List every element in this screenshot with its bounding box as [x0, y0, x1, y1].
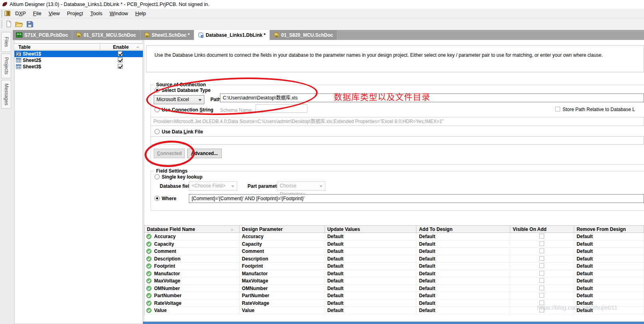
- database-type-select[interactable]: Microsoft Excel: [154, 95, 204, 104]
- column-header-database-field-name[interactable]: Database Field Name: [145, 226, 240, 233]
- doc-tab-01-s71x-mcu-schdoc[interactable]: 01_S71X_MCU.SchDoc: [72, 30, 140, 40]
- field-table-row-manufactor[interactable]: ManufactorManufactorDefaultDefaultDefaul…: [145, 270, 644, 278]
- menu-item-help[interactable]: Help: [132, 9, 150, 18]
- add-to-design-cell[interactable]: Default: [416, 277, 510, 284]
- use-data-link-file-radio[interactable]: [155, 129, 160, 134]
- column-header-table[interactable]: Table: [18, 44, 30, 50]
- connected-button[interactable]: Connected: [154, 149, 185, 158]
- advanced-button[interactable]: Advanced...: [187, 149, 222, 158]
- update-values-cell[interactable]: Default: [325, 255, 417, 262]
- visible-on-add-checkbox[interactable]: [539, 293, 544, 298]
- where-label[interactable]: Where: [162, 196, 176, 201]
- single-key-lookup-label[interactable]: Single key lookup: [162, 174, 202, 180]
- sidebar-tab-messages[interactable]: Messages: [1, 80, 11, 109]
- remove-from-design-cell[interactable]: Default: [574, 292, 644, 299]
- select-database-type-label[interactable]: Select Database Type: [162, 87, 211, 93]
- column-header-enable[interactable]: Enable: [113, 44, 129, 50]
- visible-on-add-checkbox[interactable]: [539, 241, 544, 246]
- where-radio[interactable]: [155, 196, 160, 201]
- new-document-icon[interactable]: [4, 19, 14, 29]
- add-to-design-cell[interactable]: Default: [416, 300, 510, 307]
- update-values-cell[interactable]: Default: [325, 285, 417, 292]
- update-values-cell[interactable]: Default: [325, 277, 417, 284]
- add-to-design-cell[interactable]: Default: [416, 255, 510, 262]
- sheet-row-Sheet2[interactable]: Sheet2$: [14, 57, 143, 64]
- remove-from-design-cell[interactable]: Default: [574, 300, 644, 307]
- remove-from-design-cell[interactable]: Default: [574, 270, 644, 277]
- visible-on-add-checkbox[interactable]: [539, 300, 544, 305]
- column-header-design-parameter[interactable]: Design Parameter: [240, 226, 325, 233]
- use-connection-string-label[interactable]: Use Connection String: [162, 107, 213, 113]
- visible-on-add-checkbox[interactable]: [539, 271, 544, 276]
- path-input[interactable]: C:\Users\admin\Desktop\数据库.xls: [220, 93, 644, 102]
- field-table-row-omnumber[interactable]: OMNumberOMNumberDefaultDefaultDefault: [145, 285, 644, 292]
- remove-from-design-cell[interactable]: Default: [574, 233, 644, 240]
- remove-from-design-cell[interactable]: Default: [574, 255, 644, 262]
- field-table-row-accuracy[interactable]: AccuracyAccuracyDefaultDefaultDefault: [145, 233, 644, 241]
- doc-tab-sheet1-schdoc-[interactable]: Sheet1.SchDoc *: [141, 30, 194, 40]
- update-values-cell[interactable]: Default: [325, 292, 417, 299]
- remove-from-design-cell[interactable]: Default: [574, 262, 644, 270]
- remove-from-design-cell[interactable]: Default: [574, 277, 644, 284]
- use-data-link-file-label[interactable]: Use Data Link File: [162, 129, 203, 135]
- add-to-design-cell[interactable]: Default: [416, 233, 510, 240]
- visible-on-add-checkbox[interactable]: [539, 256, 544, 261]
- update-values-cell[interactable]: Default: [325, 307, 417, 314]
- use-connection-string-radio[interactable]: [155, 107, 160, 112]
- add-to-design-cell[interactable]: Default: [416, 248, 510, 255]
- add-to-design-cell[interactable]: Default: [416, 270, 510, 277]
- field-table-row-maxvoltage[interactable]: MaxVoltageMaxVoltageDefaultDefaultDefaul…: [145, 277, 644, 285]
- sidebar-tab-files[interactable]: Files: [1, 32, 11, 52]
- add-to-design-cell[interactable]: Default: [416, 262, 510, 270]
- add-to-design-cell[interactable]: Default: [416, 285, 510, 292]
- column-divider[interactable]: [100, 44, 100, 50]
- database-field-select[interactable]: <Choose Field>: [189, 181, 237, 191]
- visible-on-add-checkbox[interactable]: [539, 286, 544, 290]
- field-table-row-capacity[interactable]: CapacityCapacityDefaultDefaultDefault: [145, 241, 644, 248]
- menu-item-window[interactable]: Window: [106, 9, 132, 18]
- add-to-design-cell[interactable]: Default: [416, 292, 510, 299]
- single-key-lookup-radio[interactable]: [155, 174, 160, 179]
- doc-tab-01-s820-mcu-schdoc[interactable]: 01_S820_MCU.SchDoc: [270, 30, 337, 40]
- enable-checkbox[interactable]: [118, 51, 123, 56]
- data-link-file-input[interactable]: [151, 136, 644, 145]
- visible-on-add-checkbox[interactable]: [539, 234, 544, 239]
- remove-from-design-cell[interactable]: Default: [574, 241, 644, 248]
- doc-tab-database-links1-dblink-[interactable]: Database_Links1.DbLink *: [194, 30, 270, 40]
- field-table-row-value[interactable]: ValueValueDefaultDefaultDefault: [145, 307, 644, 314]
- sheet-row-Sheet1[interactable]: Sheet1$: [14, 51, 143, 57]
- update-values-cell[interactable]: Default: [325, 270, 417, 277]
- visible-on-add-checkbox[interactable]: [539, 278, 544, 283]
- field-table-row-ratevoltage[interactable]: RateVoltageRateVoltageDefaultDefaultDefa…: [145, 300, 644, 307]
- doc-tab-s71x-pcb-pcbdoc[interactable]: S71X_PCB.PcbDoc: [12, 30, 72, 40]
- enable-checkbox[interactable]: [118, 64, 123, 69]
- open-document-icon[interactable]: [14, 20, 24, 29]
- visible-on-add-checkbox[interactable]: [539, 263, 544, 268]
- field-table-row-comment[interactable]: CommentCommentDefaultDefaultDefault: [145, 248, 644, 255]
- update-values-cell[interactable]: Default: [325, 233, 417, 240]
- add-to-design-cell[interactable]: Default: [416, 307, 510, 314]
- menu-item-project[interactable]: Project: [63, 9, 87, 18]
- column-header-visible-on-add[interactable]: Visible On Add: [510, 226, 574, 233]
- menu-item-file[interactable]: File: [30, 9, 45, 18]
- column-header-update-values[interactable]: Update Values: [325, 226, 417, 233]
- select-database-type-radio[interactable]: [155, 87, 160, 93]
- update-values-cell[interactable]: Default: [325, 248, 417, 255]
- field-table-row-footprint[interactable]: FootprintFootprintDefaultDefaultDefault: [145, 262, 644, 270]
- sidebar-tab-projects[interactable]: Projects: [1, 54, 11, 78]
- field-table-row-description[interactable]: DescriptionDescriptionDefaultDefaultDefa…: [145, 255, 644, 263]
- update-values-cell[interactable]: Default: [325, 262, 417, 270]
- visible-on-add-checkbox[interactable]: [539, 248, 544, 253]
- menu-item-view[interactable]: View: [45, 9, 63, 18]
- where-clause-input[interactable]: [Comment]='{Comment}' AND [Footprint]='{…: [189, 194, 644, 203]
- store-path-relative-label[interactable]: Store Path Relative to Database L: [563, 107, 644, 112]
- remove-from-design-cell[interactable]: Default: [574, 285, 644, 292]
- save-document-icon[interactable]: [25, 20, 34, 29]
- enable-checkbox[interactable]: [118, 58, 123, 62]
- visible-on-add-checkbox[interactable]: [539, 308, 544, 312]
- field-table-row-partnumber[interactable]: PartNumberPartNumberDefaultDefaultDefaul…: [145, 292, 644, 300]
- schema-name-input[interactable]: [256, 104, 307, 113]
- part-parameter-select[interactable]: Choose Parameter>: [277, 181, 325, 191]
- column-header-add-to-design[interactable]: Add To Design: [416, 226, 510, 233]
- store-path-relative-checkbox[interactable]: [555, 107, 560, 111]
